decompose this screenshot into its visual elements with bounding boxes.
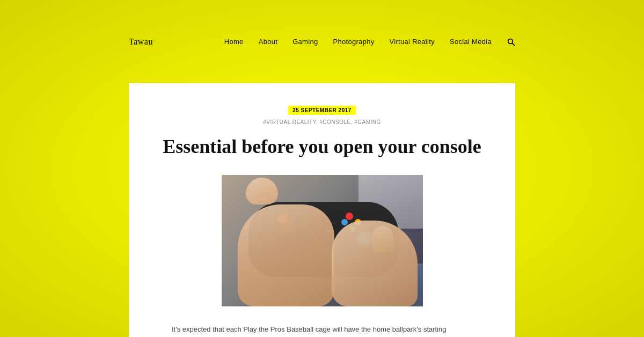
nav-social-media[interactable]: Social Media [450, 38, 492, 46]
search-icon [507, 38, 515, 46]
nav-home[interactable]: Home [224, 38, 244, 46]
content-area: 25 SEPTEMBER 2017 #VIRTUAL REALITY, #CON… [129, 83, 515, 337]
post-excerpt: It's expected that each Play the Pros Ba… [172, 324, 472, 337]
post-image-wrap [161, 175, 483, 309]
nav-about[interactable]: About [259, 38, 277, 46]
gamepad-visual [222, 175, 423, 306]
finger-press [246, 178, 278, 204]
button-blue [341, 219, 348, 225]
post-header: 25 SEPTEMBER 2017 #VIRTUAL REALITY, #CON… [161, 105, 483, 159]
page-wrapper: Tawau Home About Gaming Photography Virt… [0, 0, 644, 337]
site-nav: Home About Gaming Photography Virtual Re… [224, 38, 515, 46]
post-title: Essential before you open your console [161, 135, 483, 159]
site-logo: Tawau [129, 37, 153, 47]
site-header: Tawau Home About Gaming Photography Virt… [0, 0, 644, 83]
nav-photography[interactable]: Photography [333, 38, 374, 46]
button-red [346, 213, 353, 220]
search-button[interactable] [507, 38, 515, 46]
svg-line-1 [512, 43, 514, 45]
post-featured-image [222, 175, 423, 306]
nav-virtual-reality[interactable]: Virtual Reality [390, 38, 435, 46]
nav-gaming[interactable]: Gaming [292, 38, 318, 46]
post-date: 25 SEPTEMBER 2017 [288, 106, 356, 115]
post-tags: #VIRTUAL REALITY, #CONSOLE, #GAMING [161, 119, 483, 125]
